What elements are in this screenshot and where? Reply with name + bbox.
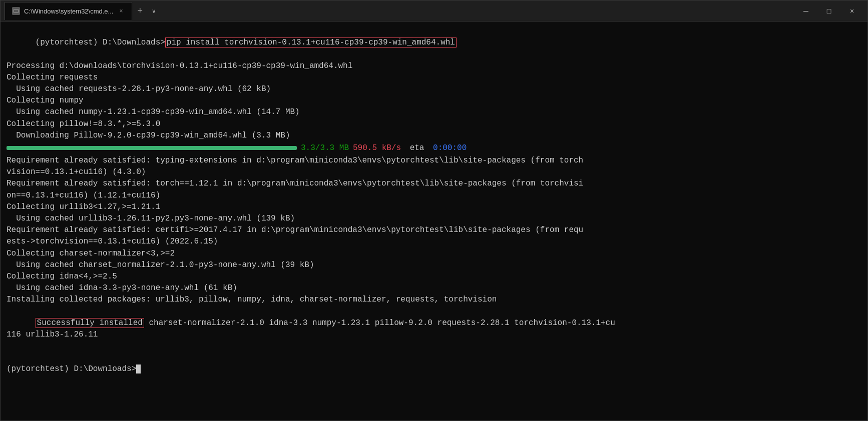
window-controls: ─ □ × bbox=[794, 0, 863, 22]
terminal-line-installing: Installing collected packages: urllib3, … bbox=[7, 294, 861, 306]
terminal-line-certifi: Requirement already satisfied: certifi>=… bbox=[7, 224, 861, 248]
terminal-line-6: Using cached numpy-1.23.1-cp39-cp39-win_… bbox=[7, 106, 861, 118]
tab-dropdown-button[interactable]: ∨ bbox=[148, 8, 160, 14]
terminal-line-3: Collecting requests bbox=[7, 72, 861, 84]
terminal-line-success: Successfully installed charset-normalize… bbox=[7, 306, 861, 352]
terminal-line-charset: Collecting charset-normalizer<3,>=2 bbox=[7, 248, 861, 260]
active-tab[interactable]: C:\Windows\system32\cmd.e... × bbox=[5, 2, 132, 20]
tab-bar: C:\Windows\system32\cmd.e... × + ∨ bbox=[5, 2, 794, 20]
terminal-line-urllib: Collecting urllib3<1.27,>=1.21.1 bbox=[7, 202, 861, 213]
progress-bar-row: 3.3/3.3 MB 590.5 kB/s eta 0:00:00 bbox=[7, 142, 861, 154]
tab-title: C:\Windows\system32\cmd.e... bbox=[24, 8, 113, 15]
terminal-line-charset-cached: Using cached charset_normalizer-2.1.0-py… bbox=[7, 260, 861, 271]
terminal-body[interactable]: (pytorchtest) D:\Downloads>pip install t… bbox=[1, 22, 867, 420]
terminal-line-4: Using cached requests-2.28.1-py3-none-an… bbox=[7, 84, 861, 95]
terminal-line-req1: Requirement already satisfied: typing-ex… bbox=[7, 155, 861, 178]
eta-value: 0:00:00 bbox=[433, 142, 467, 154]
tab-close-button[interactable]: × bbox=[117, 6, 125, 16]
eta-label: eta bbox=[405, 142, 429, 154]
terminal-line-7: Collecting pillow!=8.3.*,>=5.3.0 bbox=[7, 118, 861, 130]
terminal-line-req2: Requirement already satisfied: torch==1.… bbox=[7, 178, 861, 201]
progress-speed: 590.5 kB/s bbox=[353, 142, 401, 154]
terminal-blank-line bbox=[7, 352, 861, 364]
terminal-line-5: Collecting numpy bbox=[7, 95, 861, 106]
terminal-line-1: (pytorchtest) D:\Downloads>pip install t… bbox=[7, 26, 861, 60]
terminal-line-idna-cached: Using cached idna-3.3-py3-none-any.whl (… bbox=[7, 282, 861, 294]
minimize-button[interactable]: ─ bbox=[794, 0, 817, 22]
command-highlight: pip install torchvision-0.13.1+cu116-cp3… bbox=[165, 38, 457, 48]
close-button[interactable]: × bbox=[840, 0, 863, 22]
terminal-line-idna: Collecting idna<4,>=2.5 bbox=[7, 271, 861, 282]
cmd-icon-inner bbox=[14, 9, 19, 13]
prompt-1: (pytorchtest) D:\Downloads> bbox=[36, 38, 165, 47]
terminal-line-8: Downloading Pillow-9.2.0-cp39-cp39-win_a… bbox=[7, 130, 861, 142]
terminal-line-urllib-cached: Using cached urllib3-1.26.11-py2.py3-non… bbox=[7, 213, 861, 224]
progress-fill bbox=[7, 146, 297, 150]
maximize-button[interactable]: □ bbox=[817, 0, 840, 22]
success-highlight: Successfully installed bbox=[36, 318, 144, 328]
cmd-window: C:\Windows\system32\cmd.e... × + ∨ ─ □ ×… bbox=[0, 0, 868, 421]
terminal-cursor bbox=[136, 364, 141, 374]
terminal-line-2: Processing d:\downloads\torchvision-0.13… bbox=[7, 60, 861, 72]
title-bar: C:\Windows\system32\cmd.e... × + ∨ ─ □ × bbox=[1, 0, 867, 22]
new-tab-button[interactable]: + bbox=[132, 6, 148, 16]
terminal-final-prompt: (pytorchtest) D:\Downloads> bbox=[7, 364, 861, 375]
progress-size: 3.3/3.3 MB bbox=[301, 142, 349, 154]
progress-track bbox=[7, 146, 297, 150]
cmd-icon bbox=[12, 7, 20, 15]
